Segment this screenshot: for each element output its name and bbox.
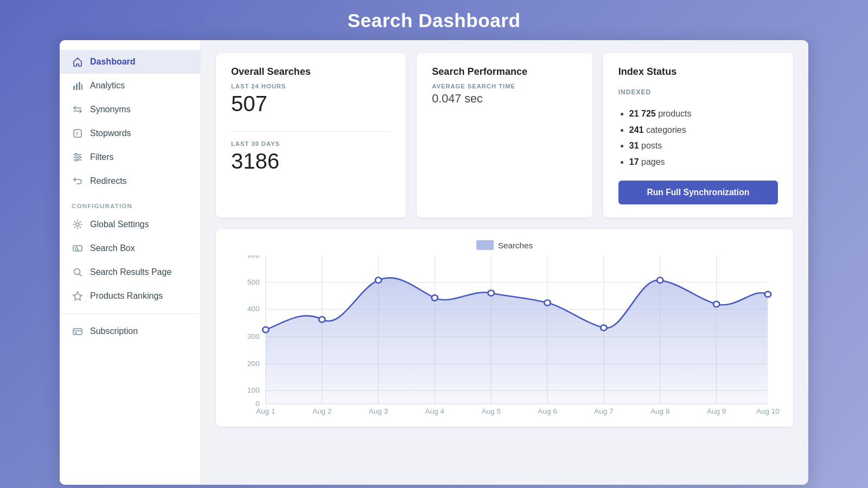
sidebar-item-subscription[interactable]: Subscription [60,319,200,343]
svg-rect-19 [73,329,82,335]
svg-text:400: 400 [247,305,260,313]
svg-point-12 [76,223,79,226]
index-pages-bold: 17 [629,157,639,166]
sidebar-label-subscription: Subscription [90,326,138,336]
searchbox-icon [72,242,84,254]
svg-point-58 [488,291,494,296]
svg-text:Aug 2: Aug 2 [312,408,331,415]
sidebar-item-products-rankings[interactable]: Products Rankings [60,284,200,308]
index-products-text: products [656,109,692,118]
stopwords-icon: ? [72,127,84,139]
svg-point-57 [432,296,438,301]
sidebar: Dashboard Analytics Synonyms [60,40,201,485]
list-item: 241 categories [629,122,778,138]
svg-text:500: 500 [247,279,260,286]
filters-icon [72,151,84,163]
svg-text:?: ? [75,131,79,137]
svg-text:200: 200 [247,360,260,368]
main-content: Overall Searches LAST 24 HOURS 507 LAST … [201,40,808,485]
synonyms-icon [72,104,84,115]
svg-text:Aug 7: Aug 7 [594,408,613,415]
sidebar-item-global-settings[interactable]: Global Settings [60,213,200,236]
svg-rect-2 [79,82,80,90]
index-list: 21 725 products 241 categories 31 posts … [618,106,778,170]
chart-card: Searches [216,229,793,427]
sidebar-label-search-box: Search Box [90,243,135,253]
results-icon [72,266,84,278]
avg-value: 0.047 sec [432,92,577,106]
svg-point-55 [319,317,325,322]
list-item: 21 725 products [629,106,778,122]
index-categories-bold: 241 [629,125,644,134]
sidebar-label-filters: Filters [90,152,114,162]
overall-searches-title: Overall Searches [231,66,391,78]
avg-label: AVERAGE SEARCH TIME [432,83,577,89]
svg-line-15 [78,249,79,251]
analytics-icon [72,80,84,92]
index-posts-bold: 31 [629,141,639,150]
svg-text:Aug 8: Aug 8 [650,408,669,415]
last24-value: 507 [231,92,391,116]
sidebar-item-analytics[interactable]: Analytics [60,74,200,98]
svg-text:0: 0 [256,400,260,408]
svg-point-10 [78,156,80,158]
overall-searches-card: Overall Searches LAST 24 HOURS 507 LAST … [216,53,406,217]
chart-legend: Searches [229,240,780,250]
svg-point-60 [601,325,607,331]
index-products-bold: 21 725 [629,109,656,118]
sidebar-item-stopwords[interactable]: ? Stopwords [60,121,200,145]
settings-icon [72,219,84,230]
svg-text:Aug 6: Aug 6 [538,408,557,415]
page-header: Search Dashboard [0,0,868,40]
legend-label: Searches [498,241,533,250]
svg-text:300: 300 [247,333,260,341]
sidebar-item-filters[interactable]: Filters [60,145,200,169]
last24-label: LAST 24 HOURS [231,83,391,89]
svg-point-61 [657,278,663,283]
index-posts-text: posts [639,141,662,150]
sidebar-item-dashboard[interactable]: Dashboard [60,50,200,74]
svg-text:Aug 9: Aug 9 [707,408,726,415]
sidebar-label-analytics: Analytics [90,81,125,91]
svg-point-62 [713,301,719,307]
svg-text:Aug 5: Aug 5 [481,408,500,415]
sidebar-item-synonyms[interactable]: Synonyms [60,98,200,121]
searches-chart: 600 500 400 300 200 100 0 Aug 1 Aug 2 Au… [229,255,780,418]
rankings-icon [72,290,84,302]
sidebar-label-synonyms: Synonyms [90,105,131,114]
svg-text:600: 600 [247,255,260,259]
sidebar-item-search-results[interactable]: Search Results Page [60,260,200,284]
list-item: 17 pages [629,154,778,170]
last30-label: LAST 30 DAYS [231,140,391,147]
svg-line-17 [79,274,81,276]
sidebar-label-global-settings: Global Settings [90,220,149,229]
svg-point-56 [375,278,381,283]
svg-text:Aug 10: Aug 10 [756,408,780,415]
last30-value: 3186 [231,149,391,174]
index-status-card: Index Status INDEXED 21 725 products 241… [603,53,793,217]
sync-button[interactable]: Run Full Synchronization [618,181,778,204]
subscription-icon [72,325,84,337]
sidebar-label-dashboard: Dashboard [90,57,136,67]
index-status-title: Index Status [618,66,778,78]
svg-text:Aug 3: Aug 3 [369,408,388,415]
indexed-label: INDEXED [618,88,778,96]
sidebar-label-search-results: Search Results Page [90,267,171,277]
list-item: 31 posts [629,138,778,154]
search-performance-title: Search Performance [432,66,577,78]
sidebar-item-redirects[interactable]: Redirects [60,169,200,193]
svg-text:100: 100 [247,387,260,394]
svg-point-59 [544,300,550,306]
card-divider [231,131,391,132]
cards-row: Overall Searches LAST 24 HOURS 507 LAST … [216,53,793,217]
sidebar-label-redirects: Redirects [90,176,127,186]
svg-point-11 [75,159,78,161]
sidebar-item-search-box[interactable]: Search Box [60,236,200,260]
main-container: Dashboard Analytics Synonyms [60,40,808,485]
svg-point-54 [263,327,269,332]
index-categories-text: categories [643,125,686,134]
config-section-label: CONFIGURATION [60,193,200,213]
svg-rect-0 [73,86,75,90]
svg-rect-21 [75,332,77,333]
svg-point-9 [75,153,77,156]
